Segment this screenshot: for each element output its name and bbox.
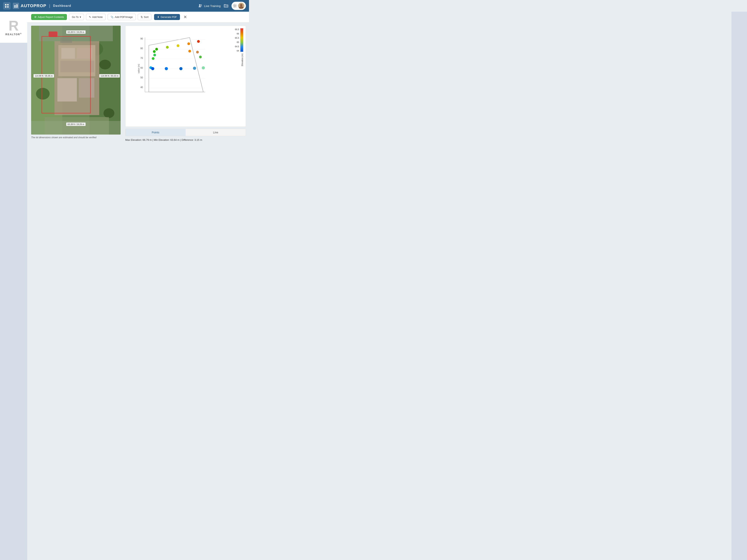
- color-scale-bar: [240, 28, 243, 52]
- dim-bottom-label: 63.28 ft / 19.29 m: [66, 123, 85, 126]
- chart-tabs: Points Line: [125, 129, 246, 136]
- svg-point-22: [103, 108, 114, 118]
- svg-rect-0: [5, 4, 6, 5]
- gear-icon: ⚙: [34, 16, 36, 19]
- svg-rect-5: [16, 4, 18, 7]
- svg-point-62: [151, 67, 154, 70]
- download-icon: ⬇: [157, 16, 159, 19]
- svg-rect-30: [60, 37, 72, 43]
- svg-point-57: [188, 50, 191, 53]
- goto-button[interactable]: Go To ▾: [69, 14, 84, 20]
- scale-label-6: 64: [237, 50, 239, 52]
- add-pdf-button[interactable]: 📎 Add PDF/Image: [108, 14, 136, 20]
- svg-point-66: [202, 66, 205, 70]
- scale-label-1: 66.5: [235, 28, 239, 30]
- realtor-r-letter: R: [8, 19, 19, 33]
- elevation-chart: 66.5 66 65.5 65 64.5 64 Elevation (m) 90…: [125, 26, 246, 127]
- svg-marker-41: [149, 37, 203, 92]
- svg-point-63: [165, 67, 168, 70]
- scale-label-5: 64.5: [235, 45, 239, 48]
- top-navbar: AUTOPROP | Dashboard Live Training: [0, 0, 249, 12]
- caret-icon: ▾: [80, 16, 81, 19]
- training-icon: [198, 4, 203, 8]
- line-tab[interactable]: Line: [186, 129, 246, 136]
- svg-rect-1: [7, 4, 8, 5]
- svg-text:90: 90: [140, 37, 143, 40]
- addpdf-label: Add PDF/Image: [115, 16, 133, 19]
- svg-point-56: [153, 54, 156, 56]
- elevation-stats: Max Elevation: 66.79 m | Min Elevation: …: [125, 138, 246, 142]
- adjust-report-button[interactable]: ⚙ Adjust Report Contents: [31, 14, 67, 20]
- dim-left-label: 114.99 ft / 35.05 m: [33, 74, 54, 78]
- toolbar: Property Report ⚙ Adjust Report Contents…: [0, 12, 249, 23]
- nav-divider: |: [49, 4, 50, 8]
- svg-text:vation (m): vation (m): [137, 64, 140, 74]
- grid-icon: [5, 4, 9, 8]
- scale-label-4: 65: [237, 41, 239, 43]
- svg-point-9: [199, 4, 201, 6]
- scale-label-2: 66: [237, 32, 239, 35]
- sort-label: Sort: [144, 16, 149, 19]
- svg-text:80: 80: [140, 47, 143, 50]
- close-button[interactable]: ✕: [183, 15, 187, 20]
- logo-area: AUTOPROP | Dashboard: [13, 3, 71, 9]
- dashboard-link[interactable]: Dashboard: [53, 4, 71, 7]
- svg-rect-6: [15, 6, 16, 7]
- svg-point-59: [152, 57, 154, 60]
- folder-button[interactable]: [224, 3, 228, 8]
- sort-icon: ⇅: [140, 16, 143, 19]
- svg-rect-26: [79, 78, 94, 98]
- aerial-caption: The lot dimensions shown are estimated a…: [31, 136, 121, 139]
- sort-button[interactable]: ⇅ Sort: [138, 14, 152, 20]
- svg-point-60: [199, 56, 202, 58]
- svg-point-58: [196, 51, 199, 53]
- svg-text:60: 60: [140, 66, 143, 69]
- dim-top-label: 63.28 ft / 19.29 m: [66, 30, 85, 34]
- svg-point-64: [179, 67, 182, 70]
- goto-label: Go To: [72, 16, 78, 19]
- add-note-button[interactable]: ✎ Add Note: [86, 14, 106, 20]
- dim-right-label: 114.94 ft / 35.03 m: [99, 74, 120, 78]
- folder-icon: [224, 3, 228, 7]
- top-bar-right: Live Training: [198, 2, 246, 10]
- svg-point-51: [166, 46, 169, 49]
- scale-label-3: 65.5: [235, 37, 239, 39]
- svg-point-21: [36, 88, 50, 100]
- live-training-button[interactable]: Live Training: [198, 4, 221, 8]
- note-icon: ✎: [89, 16, 91, 19]
- svg-text:50: 50: [140, 76, 143, 79]
- svg-point-65: [193, 67, 196, 70]
- legend-scale: 66.5 66 65.5 65 64.5 64 Elevation (m): [235, 28, 243, 67]
- live-training-label: Live Training: [204, 4, 221, 7]
- main-content: 63.28 ft / 19.29 m 63.28 ft / 19.29 m 11…: [0, 23, 249, 145]
- svg-point-10: [201, 4, 202, 6]
- svg-rect-7: [17, 5, 17, 6]
- svg-point-11: [234, 5, 236, 7]
- realtor-badge: R REALTOR®: [0, 12, 27, 43]
- svg-rect-29: [60, 61, 94, 72]
- grid-menu-button[interactable]: [3, 2, 10, 9]
- elevation-axis-label: Elevation (m): [241, 53, 243, 67]
- aerial-svg: [31, 26, 121, 135]
- chart-container: 66.5 66 65.5 65 64.5 64 Elevation (m) 90…: [125, 26, 246, 142]
- avatar-image: [238, 2, 244, 9]
- pdf-icon: 📎: [110, 16, 113, 19]
- aerial-image: 63.28 ft / 19.29 m 63.28 ft / 19.29 m 11…: [31, 26, 121, 135]
- svg-point-55: [153, 50, 156, 53]
- settings-icon: [233, 4, 237, 8]
- realtor-label: REALTOR®: [5, 33, 22, 36]
- svg-point-50: [155, 48, 158, 51]
- generate-pdf-button[interactable]: ⬇ Generate PDF: [154, 14, 180, 20]
- svg-rect-28: [77, 48, 93, 59]
- svg-rect-2: [5, 6, 6, 7]
- svg-rect-8: [17, 6, 17, 7]
- svg-text:40: 40: [140, 86, 143, 89]
- generate-label: Generate PDF: [160, 16, 177, 19]
- points-tab[interactable]: Points: [126, 129, 186, 136]
- user-avatar-area[interactable]: [231, 2, 246, 10]
- addnote-label: Add Note: [92, 16, 103, 19]
- svg-rect-27: [61, 48, 75, 59]
- chart-svg: 90 80 70 60 50 40 vation (m): [137, 30, 211, 108]
- aerial-container: 63.28 ft / 19.29 m 63.28 ft / 19.29 m 11…: [31, 26, 121, 142]
- svg-point-54: [197, 40, 200, 43]
